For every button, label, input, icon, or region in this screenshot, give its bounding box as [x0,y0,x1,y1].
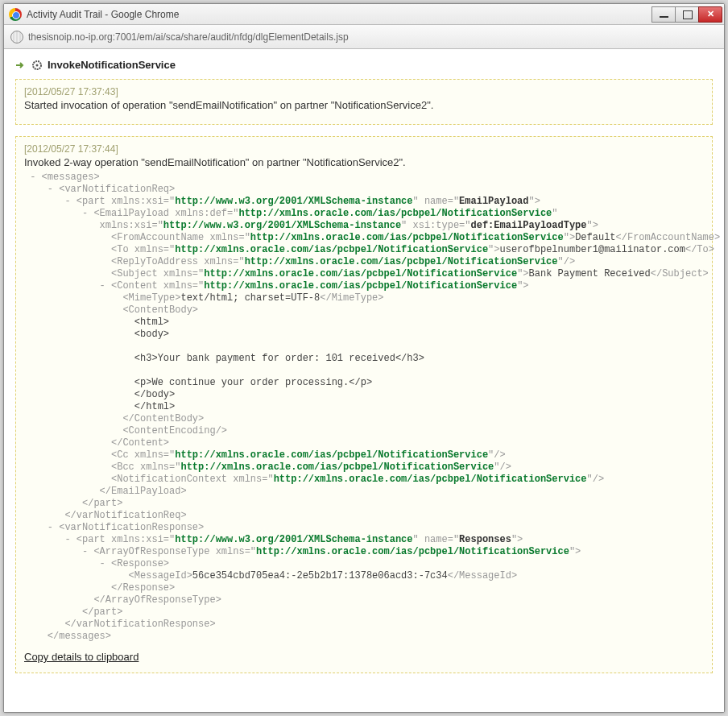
xml-attr-value: http://xmlns.oracle.com/ias/pcbpel/Notif… [204,280,517,292]
xml-attr-value: http://www.w3.org/2001/XMLSchema-instanc… [175,534,412,545]
copy-details-link[interactable]: Copy details to clipboard [24,651,139,663]
xml-text: 56ce354cbd705ea4:-2e5b2b17:1378e06acd3:-… [192,570,448,581]
xml-text: </body> [134,389,175,400]
xml-text: text/html; charset=UTF-8 [180,292,320,304]
maximize-button[interactable] [675,6,699,23]
window-controls [652,6,722,23]
xml-text: <h3>Your bank payment for order: 101 rec… [134,353,424,364]
url-text: thesisnoip.no-ip.org:7001/em/ai/sca/shar… [28,31,349,43]
xml-attr-value: http://xmlns.oracle.com/ias/pcbpel/Notif… [175,449,488,461]
arrow-icon [15,60,27,71]
xml-attr-value: http://xmlns.oracle.com/ias/pcbpel/Notif… [274,474,587,485]
xml-text: <html> [134,317,169,328]
xml-attr-value: http://xmlns.oracle.com/ias/pcbpel/Notif… [180,461,494,473]
event-panel-2: [2012/05/27 17:37:44] Invoked 2-way oper… [15,136,713,673]
browser-window: Activity Audit Trail - Google Chrome the… [3,3,725,713]
gear-icon [31,60,43,71]
globe-icon [10,31,23,43]
event-message: Started invocation of operation "sendEma… [24,99,704,111]
xml-text: <body> [134,329,169,340]
xml-attr-value: http://xmlns.oracle.com/ias/pcbpel/Notif… [204,268,517,279]
xml-attr-value: def:EmailPayloadType [471,220,587,231]
minimize-button[interactable] [651,6,676,23]
chrome-icon [9,8,22,21]
event-panel-1: [2012/05/27 17:37:43] Started invocation… [15,79,713,125]
xml-attr-value: Responses [459,534,511,545]
xml-attr-value: http://www.w3.org/2001/XMLSchema-instanc… [163,220,401,231]
xml-text: userofbpelnumber1@mailinator.com [500,244,685,255]
window-title: Activity Audit Trail - Google Chrome [27,9,652,20]
xml-text: Bank Payment Received [529,268,651,279]
xml-text: </html> [134,401,175,412]
event-message: Invoked 2-way operation "sendEmailNotifi… [24,156,704,168]
titlebar: Activity Audit Trail - Google Chrome [4,4,724,25]
event-timestamp: [2012/05/27 17:37:44] [24,143,704,155]
xml-attr-value: http://www.w3.org/2001/XMLSchema-instanc… [175,196,412,207]
xml-attr-value: http://xmlns.oracle.com/ias/pcbpel/Notif… [175,244,488,255]
xml-attr-value: http://xmlns.oracle.com/ias/pcbpel/Notif… [238,208,552,219]
activity-title: InvokeNotificationService [48,59,176,71]
page-content: InvokeNotificationService [2012/05/27 17… [4,49,724,712]
xml-attr-value: http://xmlns.oracle.com/ias/pcbpel/Notif… [256,546,569,557]
xml-attr-value: http://xmlns.oracle.com/ias/pcbpel/Notif… [250,232,564,243]
xml-text: <p>We continue your order processing.</p… [134,377,372,388]
xml-payload: - <messages> - <varNotificationReq> - <p… [24,172,704,643]
activity-header: InvokeNotificationService [15,59,713,71]
svg-point-1 [36,64,39,66]
xml-attr-value: EmailPayload [459,196,528,207]
close-button[interactable] [698,6,722,23]
address-bar: thesisnoip.no-ip.org:7001/em/ai/sca/shar… [4,25,724,49]
xml-attr-value: http://xmlns.oracle.com/ias/pcbpel/Notif… [245,256,558,267]
xml-text: Default [575,232,615,243]
event-timestamp: [2012/05/27 17:37:43] [24,86,704,97]
